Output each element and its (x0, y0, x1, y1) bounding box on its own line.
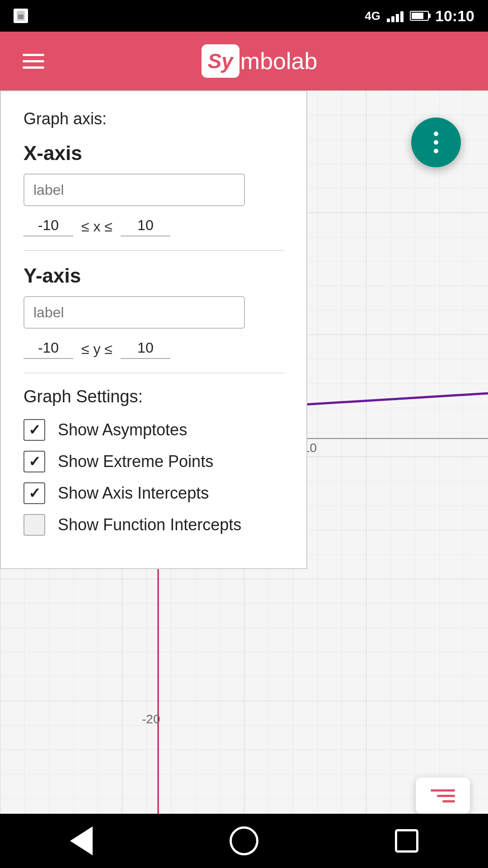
battery-icon (410, 11, 429, 21)
axis-divider (23, 250, 284, 251)
hamburger-icon (23, 66, 44, 69)
network-type-label: 4G (365, 10, 380, 22)
checkmark-asymptotes: ✓ (28, 423, 41, 437)
x-axis-label-input[interactable] (23, 174, 245, 206)
more-options-button[interactable] (411, 118, 461, 167)
checkbox-label-extreme-points: Show Extreme Points (58, 452, 213, 471)
back-button[interactable] (63, 823, 99, 859)
y-axis-label-input[interactable] (23, 296, 245, 329)
y-axis-range-row: -10 ≤ y ≤ 10 (23, 340, 284, 359)
checkmark-axis-intercepts: ✓ (28, 486, 41, 500)
x-axis-range-operator: ≤ x ≤ (81, 218, 113, 235)
app-header: Sy mbolab (0, 32, 488, 90)
checkbox-extreme-points[interactable]: ✓ (23, 451, 45, 472)
svg-text:-20: -20 (142, 712, 160, 726)
y-axis-min-input[interactable]: -10 (23, 340, 73, 359)
filter-icon (431, 789, 455, 802)
clock-display: 10:10 (435, 7, 474, 25)
graph-area: 10 -7 -20 Graph axis: X-axis -10 ≤ x ≤ 1… (0, 90, 488, 836)
home-icon (230, 826, 258, 855)
logo-box: Sy (202, 44, 239, 78)
y-axis-max-input[interactable]: 10 (121, 340, 170, 359)
recents-icon (395, 829, 418, 853)
sim-card-icon (14, 9, 28, 23)
bottom-navigation (0, 814, 488, 868)
checkbox-label-axis-intercepts: Show Axis Intercepts (58, 484, 209, 503)
y-axis-range-operator: ≤ y ≤ (81, 341, 113, 358)
x-axis-max-input[interactable]: 10 (121, 217, 170, 236)
graph-settings-title: Graph Settings: (23, 387, 284, 406)
hamburger-icon (23, 60, 44, 62)
settings-divider (23, 373, 284, 373)
svg-rect-1 (18, 14, 23, 19)
recents-button[interactable] (389, 823, 425, 859)
checkbox-label-function-intercepts: Show Function Intercepts (58, 515, 241, 534)
status-bar: 4G 10:10 (0, 0, 488, 32)
app-logo: Sy mbolab (49, 44, 470, 78)
menu-button[interactable] (18, 49, 49, 73)
home-button[interactable] (226, 823, 262, 859)
checkmark-extreme-points: ✓ (28, 454, 41, 469)
checkbox-axis-intercepts[interactable]: ✓ (23, 482, 45, 504)
back-icon (70, 826, 93, 855)
three-dots-icon (434, 132, 438, 153)
x-axis-range-row: -10 ≤ x ≤ 10 (23, 217, 284, 236)
checkbox-row-extreme-points: ✓ Show Extreme Points (23, 451, 284, 472)
checkbox-label-asymptotes: Show Asymptotes (58, 420, 187, 439)
filter-button[interactable] (416, 778, 470, 814)
x-axis-min-input[interactable]: -10 (23, 217, 73, 236)
logo-rest-text: mbolab (240, 47, 318, 75)
checkbox-row-axis-intercepts: ✓ Show Axis Intercepts (23, 482, 284, 504)
checkbox-asymptotes[interactable]: ✓ (23, 419, 45, 441)
checkbox-row-asymptotes: ✓ Show Asymptotes (23, 419, 284, 441)
checkbox-function-intercepts[interactable]: ✓ (23, 514, 45, 536)
y-axis-title: Y-axis (23, 264, 284, 287)
x-axis-title: X-axis (23, 142, 284, 165)
settings-panel: Graph axis: X-axis -10 ≤ x ≤ 10 Y-axis -… (0, 90, 307, 569)
checkbox-row-function-intercepts: ✓ Show Function Intercepts (23, 514, 284, 536)
panel-title: Graph axis: (23, 109, 284, 128)
hamburger-icon (23, 54, 44, 56)
logo-sy-text: Sy (208, 49, 233, 73)
signal-strength-icon (387, 9, 404, 22)
